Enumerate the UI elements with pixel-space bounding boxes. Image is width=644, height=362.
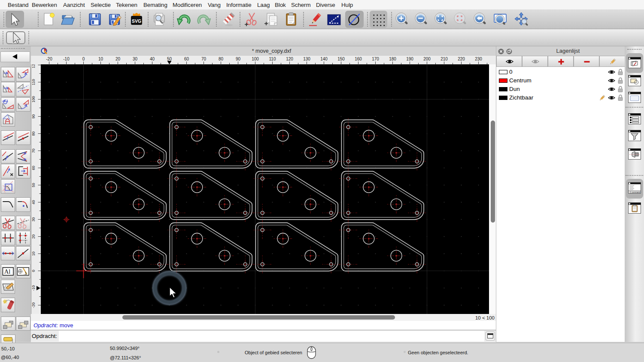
svg-text:30: 30 [133, 57, 138, 61]
svg-text:-10: -10 [31, 285, 36, 291]
svg-text:40: 40 [31, 200, 36, 204]
svg-text:70: 70 [201, 57, 207, 61]
svg-text:160: 160 [355, 57, 362, 61]
svg-text:220: 220 [458, 57, 465, 61]
svg-text:30: 30 [31, 217, 36, 221]
svg-text:10: 10 [31, 251, 36, 256]
svg-text:C command: C command [630, 191, 641, 193]
svg-text:90: 90 [236, 57, 241, 61]
svg-text:200: 200 [423, 57, 431, 61]
svg-text:190: 190 [406, 57, 413, 61]
svg-text:20: 20 [115, 57, 121, 61]
svg-text:0: 0 [31, 270, 36, 272]
svg-text:170: 170 [372, 57, 379, 61]
svg-text:.1: .1 [24, 271, 27, 275]
svg-text:80: 80 [219, 57, 224, 61]
svg-text:110: 110 [31, 79, 36, 85]
svg-text:10: 10 [98, 57, 103, 61]
svg-text:120: 120 [286, 57, 293, 61]
svg-text:210: 210 [440, 57, 448, 61]
svg-text:230: 230 [475, 57, 482, 61]
svg-text:150: 150 [337, 57, 345, 61]
svg-text:80: 80 [31, 131, 36, 136]
svg-text:110: 110 [269, 57, 276, 61]
svg-text:100: 100 [252, 57, 259, 61]
svg-text:60: 60 [184, 57, 189, 61]
svg-text:40: 40 [150, 57, 155, 61]
svg-text:20: 20 [31, 234, 36, 238]
svg-text:100: 100 [31, 96, 36, 103]
svg-text:-20: -20 [31, 302, 36, 308]
svg-text:Al: Al [4, 268, 10, 275]
svg-text:0: 0 [82, 57, 85, 61]
svg-text:90: 90 [31, 114, 36, 118]
svg-text:50: 50 [31, 183, 36, 187]
svg-text:180: 180 [389, 57, 396, 61]
svg-text:60: 60 [31, 166, 36, 170]
svg-text:-10: -10 [63, 57, 70, 61]
svg-text:120: 120 [31, 64, 36, 68]
svg-text:70: 70 [31, 148, 36, 153]
svg-text:50: 50 [167, 57, 172, 61]
svg-text:-20: -20 [46, 57, 52, 61]
svg-text:140: 140 [320, 57, 328, 61]
svg-text:130: 130 [303, 57, 310, 61]
